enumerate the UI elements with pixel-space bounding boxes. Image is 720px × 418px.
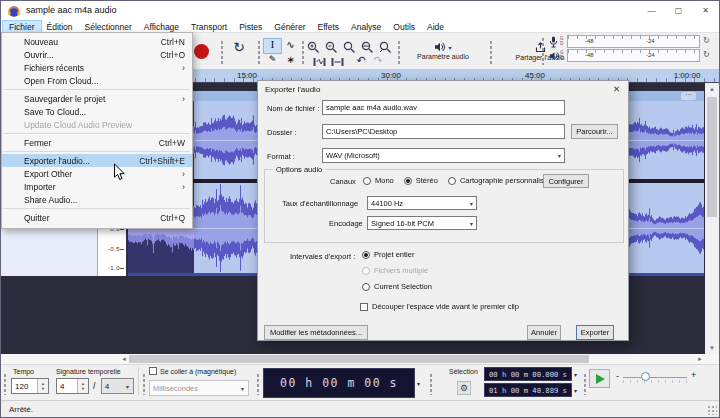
trim-silence-toggle[interactable]: Découper l'espace vide avant le premier …: [360, 302, 519, 311]
menubar-item-effets[interactable]: Effets: [311, 21, 345, 32]
menubar-item-générer[interactable]: Générer: [268, 21, 311, 32]
recording-meter[interactable]: -48 -24: [567, 35, 700, 48]
menubar-item-pistes[interactable]: Pistes: [233, 21, 268, 32]
audio-setup-button[interactable]: ▾ Paramètre audio: [402, 35, 484, 67]
zoom-out-icon[interactable]: [325, 41, 338, 54]
toolbar-grip[interactable]: [142, 373, 147, 395]
edit-metadata-button[interactable]: Modifier les métadonnées...: [264, 325, 368, 340]
snap-checkbox[interactable]: [149, 367, 157, 375]
radio-icon[interactable]: [404, 177, 412, 185]
toolbar-grip[interactable]: [429, 373, 434, 395]
trim-silence-checkbox[interactable]: [360, 303, 368, 311]
multi-tool-button[interactable]: ∗: [282, 54, 299, 68]
zoom-in-icon[interactable]: [307, 41, 320, 54]
toolbar-grip[interactable]: [301, 40, 306, 64]
radio-icon[interactable]: [362, 251, 370, 259]
undo-button[interactable]: ↶: [353, 54, 369, 67]
speed-slider-thumb[interactable]: [641, 372, 650, 381]
menu-item-open-from-cloud[interactable]: Open From Cloud...: [2, 74, 192, 87]
silence-selection-icon[interactable]: [331, 57, 344, 67]
radio-option-st-r-o[interactable]: Stéréo: [404, 176, 438, 185]
menubar-item-outils[interactable]: Outils: [387, 21, 421, 32]
menu-item-fichiers-r-cents[interactable]: Fichiers récents›: [2, 61, 192, 74]
sample-rate-dropdown[interactable]: 44100 Hz▾: [367, 196, 477, 210]
time-display[interactable]: 00 h 00 m 00 s: [263, 368, 415, 398]
menu-item-fermer[interactable]: FermerCtrl+W: [2, 136, 192, 149]
record-button[interactable]: [194, 44, 209, 59]
radio-icon[interactable]: [362, 283, 370, 291]
zoom-project-icon[interactable]: [361, 41, 374, 54]
menubar-item-analyse[interactable]: Analyse: [345, 21, 387, 32]
clip-overflow-button[interactable]: ⋯: [681, 92, 696, 100]
meter-reset-icon[interactable]: ↻: [703, 50, 710, 59]
speed-slider-track[interactable]: [623, 377, 687, 378]
filename-input[interactable]: sample aac m4a audio.wav: [322, 100, 565, 115]
redo-button[interactable]: ↷: [370, 54, 386, 67]
menubar-item-sélectionner[interactable]: Sélectionner: [79, 21, 138, 32]
menubar-item-affichage[interactable]: Affichage: [138, 21, 185, 32]
scroll-down-icon[interactable]: ▼: [705, 345, 719, 351]
radio-icon[interactable]: [448, 177, 456, 185]
toolbar-grip[interactable]: [583, 373, 588, 395]
menubar-item-édition[interactable]: Édition: [41, 21, 79, 32]
toolbar-grip[interactable]: [541, 37, 546, 65]
playback-meter[interactable]: -48 -24: [567, 49, 700, 62]
radio-option-cartographie-personnalis-e[interactable]: Cartographie personnalisée: [448, 176, 552, 185]
menubar-item-aide[interactable]: Aide: [421, 21, 450, 32]
selection-start-dropdown-icon[interactable]: ▾: [574, 371, 577, 378]
configure-button[interactable]: Configurer: [543, 174, 589, 188]
trim-outside-selection-icon[interactable]: [313, 57, 326, 67]
tempo-spinner[interactable]: 120▲▼: [11, 378, 49, 394]
play-at-speed-button[interactable]: [589, 369, 610, 388]
signature-lower-dropdown[interactable]: 4▾: [101, 378, 134, 394]
menubar-item-fichier[interactable]: Fichier: [3, 21, 41, 32]
time-format-dropdown-icon[interactable]: ▾: [417, 380, 420, 387]
menu-item-quitter[interactable]: QuitterCtrl+Q: [2, 211, 192, 224]
radio-option-current-selection[interactable]: Current Selection: [362, 282, 432, 291]
meter-reset-icon[interactable]: ↻: [703, 36, 710, 45]
menu-item-ouvrir[interactable]: Ouvrir...Ctrl+O: [2, 48, 192, 61]
toolbar-grip[interactable]: [3, 373, 8, 395]
menu-item-export-other[interactable]: Export Other›: [2, 167, 192, 180]
toolbar-grip[interactable]: [220, 40, 225, 64]
cancel-button[interactable]: Annuler: [527, 325, 561, 340]
toolbar-grip[interactable]: [256, 373, 261, 395]
menu-item-exporter-l-audio[interactable]: Exporter l'audio...Ctrl+Shift+E: [2, 154, 192, 167]
close-button[interactable]: ✕: [692, 1, 719, 21]
menu-item-share-audio[interactable]: Share Audio...: [2, 193, 192, 206]
export-button[interactable]: Exporter: [576, 325, 614, 340]
scroll-up-icon[interactable]: ▲: [705, 86, 719, 92]
scroll-right-icon[interactable]: ►: [696, 356, 704, 362]
scroll-left-icon[interactable]: ◄: [120, 356, 128, 362]
zoom-selection-icon[interactable]: [343, 41, 356, 54]
zoom-toggle-icon[interactable]: [379, 41, 392, 54]
horizontal-scrollbar[interactable]: ◄ ►: [1, 354, 719, 364]
toolbar-grip[interactable]: [257, 40, 262, 64]
selection-tool-button[interactable]: I: [264, 39, 281, 53]
selection-settings-gear-icon[interactable]: ⚙: [457, 381, 471, 395]
menu-item-sauvegarder-le-projet[interactable]: Sauvegarder le projet›: [2, 92, 192, 105]
menu-item-nouveau[interactable]: NouveauCtrl+N: [2, 35, 192, 48]
format-dropdown[interactable]: WAV (Microsoft)▾: [322, 148, 565, 163]
minimize-button[interactable]: —: [638, 1, 665, 21]
selection-start-display[interactable]: 00 h 00 m 00.000 s: [484, 367, 572, 381]
menubar-item-transport[interactable]: Transport: [185, 21, 233, 32]
folder-input[interactable]: C:\Users\PC\Desktop: [322, 124, 565, 139]
vertical-scrollbar[interactable]: ▲ ▼: [705, 83, 719, 354]
radio-option-projet-entier[interactable]: Projet entier: [362, 250, 432, 259]
envelope-tool-button[interactable]: ∿: [282, 39, 299, 53]
selection-end-dropdown-icon[interactable]: ▾: [574, 387, 577, 394]
maximize-button[interactable]: ▢: [665, 1, 692, 21]
signature-upper-spinner[interactable]: 4▲▼: [56, 378, 89, 394]
encoding-dropdown[interactable]: Signed 16-bit PCM▾: [367, 216, 477, 230]
radio-icon[interactable]: [363, 177, 371, 185]
snap-toggle[interactable]: Se coller à (magnétique): [149, 367, 236, 375]
menu-item-importer[interactable]: Importer›: [2, 180, 192, 193]
snap-unit-dropdown[interactable]: Millisecondes▾: [149, 380, 249, 396]
vertical-scroll-thumb[interactable]: [707, 97, 717, 217]
loop-button[interactable]: ↻: [229, 39, 249, 55]
dialog-close-icon[interactable]: ✕: [613, 84, 620, 94]
draw-tool-button[interactable]: ✎: [264, 54, 281, 68]
selection-end-display[interactable]: 01 h 00 m 40.889 s: [484, 383, 572, 397]
horizontal-scroll-thumb[interactable]: [129, 355, 589, 363]
